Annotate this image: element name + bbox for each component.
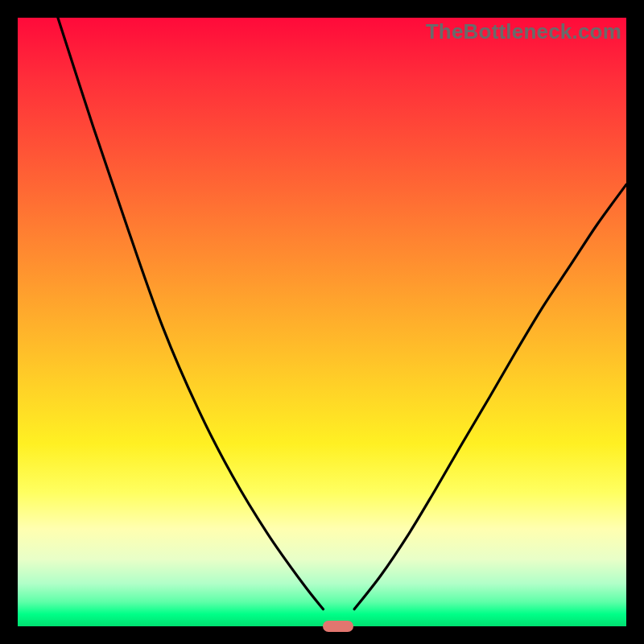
chart-frame: TheBottleneck.com [0,0,644,644]
curve-layer [18,18,626,626]
curve-right [354,184,626,609]
plot-area: TheBottleneck.com [18,18,626,626]
bottom-marker [323,621,353,632]
curve-left [58,18,324,609]
